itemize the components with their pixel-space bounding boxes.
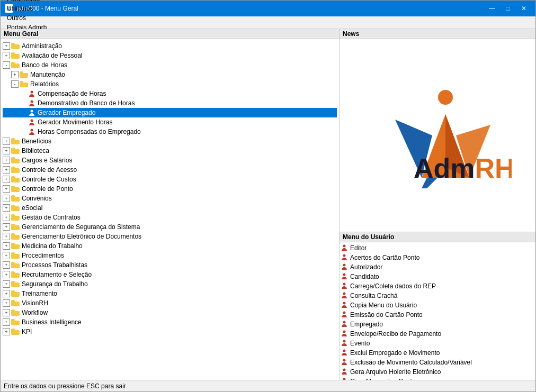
minimize-button[interactable]: — — [485, 3, 499, 14]
user-menu-item-0[interactable]: Editor — [341, 243, 534, 253]
tree-toggle-ger-seguranca[interactable]: + — [3, 223, 10, 231]
tree-toggle-business-intelligence[interactable]: + — [3, 318, 10, 326]
tree-item-gerador-empregado[interactable]: Gerador Empregado — [3, 108, 337, 117]
user-menu-item-11[interactable]: Exclui Empregado e Movimento — [341, 348, 534, 358]
tree-item-beneficios[interactable]: +Benefícios — [3, 136, 337, 146]
user-menu-item-13[interactable]: Gera Arquivo Holerite Eletrônico — [341, 367, 534, 377]
menu-bar: ParâmetrosUtilitáriosOutrosPortais Admrh… — [1, 16, 535, 29]
tree-item-kpi[interactable]: +KPI — [3, 327, 337, 336]
folder-icon — [11, 281, 20, 287]
tree-toggle-processos[interactable]: + — [3, 261, 10, 269]
tree-toggle-visionrh[interactable]: + — [3, 299, 10, 307]
person-icon — [28, 90, 35, 97]
status-text: Entre os dados ou pressione ESC para sai… — [4, 382, 126, 390]
svg-point-0 — [31, 91, 33, 94]
user-menu-item-9[interactable]: Envelope/Recibo de Pagamento — [341, 329, 534, 339]
tree-item-business-intelligence[interactable]: +Business Intelligence — [3, 317, 337, 327]
menu-item-outros[interactable]: Outros — [3, 13, 51, 23]
tree-toggle-workflow[interactable]: + — [3, 309, 10, 316]
right-panel: News — [340, 29, 535, 380]
tree-toggle-procedimentos[interactable]: + — [3, 252, 10, 259]
user-menu-item-label: Copia Menu do Usuário — [350, 302, 417, 309]
tree-item-medicina[interactable]: +Medicina do Trabalho — [3, 241, 337, 251]
tree-toggle-administracao[interactable]: + — [3, 42, 10, 50]
tree-item-relatorios[interactable]: -Relatórios — [3, 79, 337, 89]
svg-point-23 — [343, 349, 346, 352]
tree-item-convenios[interactable]: +Convênios — [3, 194, 337, 203]
tree-toggle-seguranca-trabalho[interactable]: + — [3, 280, 10, 288]
tree-toggle-relatorios[interactable]: - — [11, 80, 19, 88]
user-menu-item-3[interactable]: Candidato — [341, 272, 534, 281]
tree-toggle-treinamento[interactable]: + — [3, 290, 10, 297]
tree-item-avaliacao[interactable]: +Avaliação de Pessoal — [3, 51, 337, 60]
tree-toggle-gestao-contratos[interactable]: + — [3, 214, 10, 221]
tree-toggle-manutencao[interactable]: + — [11, 71, 19, 78]
tree-item-ger-eletronico[interactable]: +Gerenciamento Eletrônico de Documentos — [3, 232, 337, 241]
user-menu-item-label: Carrega/Coleta dados do REP — [350, 282, 436, 290]
tree-item-demonstrativo[interactable]: Demonstrativo do Banco de Horas — [3, 98, 337, 108]
user-menu-item-8[interactable]: Empregado — [341, 320, 534, 329]
tree-toggle-kpi[interactable]: + — [3, 328, 10, 335]
tree-item-cargos-salarios[interactable]: +Cargos e Salários — [3, 156, 337, 165]
user-menu-item-10[interactable]: Evento — [341, 339, 534, 348]
tree-toggle-medicina[interactable]: + — [3, 242, 10, 250]
user-menu-item-4[interactable]: Carrega/Coleta dados do REP — [341, 281, 534, 291]
tree-item-processos[interactable]: +Processos Trabalhistas — [3, 260, 337, 270]
tree-label-compensacao-horas: Compensação de Horas — [38, 90, 106, 97]
tree-item-gerador-movimento[interactable]: Gerador Movimento Horas — [3, 117, 337, 127]
user-menu-item-7[interactable]: Emissão do Cartão Ponto — [341, 310, 534, 320]
tree-toggle-ger-eletronico[interactable]: + — [3, 233, 10, 240]
tree-item-esocial[interactable]: +eSocial — [3, 203, 337, 213]
tree-toggle-convenios[interactable]: + — [3, 195, 10, 202]
folder-icon — [11, 167, 20, 173]
person-icon — [28, 129, 35, 135]
svg-point-20 — [343, 321, 346, 323]
tree-item-banco-horas[interactable]: -Banco de Horas — [3, 60, 337, 70]
tree-item-administracao[interactable]: +Administração — [3, 41, 337, 51]
maximize-button[interactable]: □ — [501, 3, 515, 14]
tree-items: +Administração+Avaliação de Pessoal-Banc… — [3, 41, 337, 336]
tree-label-administracao: Administração — [22, 42, 62, 50]
user-menu-item-label: Candidato — [350, 273, 379, 280]
tree-toggle-recrutamento[interactable]: + — [3, 271, 10, 278]
tree-item-workflow[interactable]: +Workflow — [3, 308, 337, 317]
tree-item-visionrh[interactable]: +VisionRH — [3, 298, 337, 308]
tree-item-ger-seguranca[interactable]: +Gerenciamento de Segurança do Sistema — [3, 222, 337, 232]
user-menu-list[interactable]: EditorAcertos do Cartão PontoAutorizador… — [340, 242, 535, 380]
user-menu-item-5[interactable]: Consulta Crachá — [341, 291, 534, 300]
close-button[interactable]: ✕ — [516, 3, 531, 14]
user-menu-item-2[interactable]: Autorizador — [341, 262, 534, 272]
tree-toggle-avaliacao[interactable]: + — [3, 52, 10, 59]
tree-item-treinamento[interactable]: +Treinamento — [3, 289, 337, 298]
tree-toggle-esocial[interactable]: + — [3, 204, 10, 212]
tree-item-controle-acesso[interactable]: +Controle de Acesso — [3, 165, 337, 175]
tree-label-visionrh: VisionRH — [22, 299, 48, 307]
tree-item-controle-custos[interactable]: +Controle de Custos — [3, 175, 337, 184]
tree-toggle-banco-horas[interactable]: - — [3, 61, 10, 69]
tree-toggle-biblioteca[interactable]: + — [3, 147, 10, 154]
svg-point-21 — [343, 330, 346, 333]
tree-item-compensacao-horas[interactable]: Compensação de Horas — [3, 89, 337, 98]
tree-item-controle-ponto[interactable]: +Controle de Ponto — [3, 184, 337, 194]
tree-item-procedimentos[interactable]: +Procedimentos — [3, 251, 337, 260]
tree-item-recrutamento[interactable]: +Recrutamento e Seleção — [3, 270, 337, 279]
tree-item-horas-compensadas[interactable]: Horas Compensadas do Empregado — [3, 127, 337, 136]
tree-toggle-controle-ponto[interactable]: + — [3, 185, 10, 193]
tree-item-seguranca-trabalho[interactable]: +Segurança do Trabalho — [3, 279, 337, 289]
tree-toggle-controle-custos[interactable]: + — [3, 176, 10, 183]
menu-item-utilitarios[interactable]: Utilitários — [3, 4, 51, 13]
tree-item-manutencao[interactable]: +Manutenção — [3, 70, 337, 79]
user-menu-item-label: Emissão do Cartão Ponto — [350, 311, 423, 318]
folder-icon — [11, 319, 20, 325]
user-menu-item-12[interactable]: Exclusão de Movimento Calculado/Variável — [341, 358, 534, 367]
user-menu-item-1[interactable]: Acertos do Cartão Ponto — [341, 253, 534, 262]
tree-toggle-cargos-salarios[interactable]: + — [3, 157, 10, 164]
tree-label-processos: Processos Trabalhistas — [22, 261, 87, 269]
user-menu-item-6[interactable]: Copia Menu do Usuário — [341, 300, 534, 310]
user-menu-person-icon — [341, 321, 348, 329]
tree-item-biblioteca[interactable]: +Biblioteca — [3, 146, 337, 156]
tree-toggle-controle-acesso[interactable]: + — [3, 166, 10, 174]
tree-item-gestao-contratos[interactable]: +Gestão de Contratos — [3, 213, 337, 222]
tree-toggle-beneficios[interactable]: + — [3, 138, 10, 145]
user-menu-person-icon — [341, 244, 348, 252]
